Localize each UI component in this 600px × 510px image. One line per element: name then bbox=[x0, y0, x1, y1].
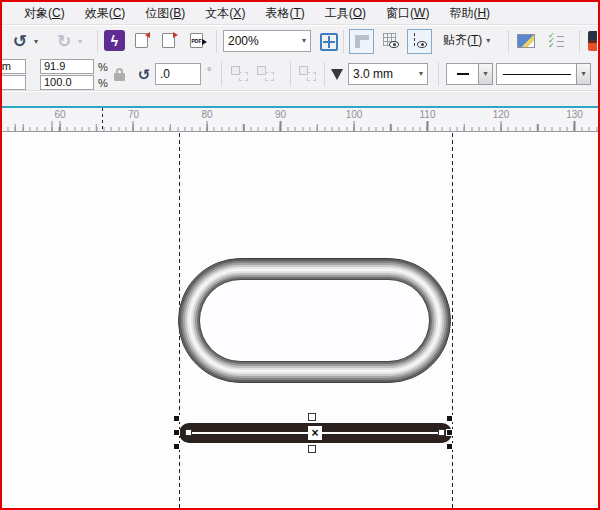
convert-to-curves-button[interactable] bbox=[299, 66, 318, 82]
ruler-icon bbox=[355, 35, 369, 48]
app-window: 对象(C)效果(C)位图(B)文本(X)表格(T)工具(O)窗口(W)帮助(H)… bbox=[0, 0, 600, 510]
ruler-label: 80 bbox=[201, 109, 212, 120]
menu-item[interactable]: 帮助(H) bbox=[439, 2, 500, 25]
long-line-sample bbox=[503, 74, 571, 75]
ruler-label: 60 bbox=[54, 109, 65, 120]
guideline-right[interactable] bbox=[452, 133, 453, 510]
window-image-icon bbox=[517, 34, 535, 48]
zoom-level-combo[interactable]: 200% ▾ bbox=[223, 30, 311, 52]
snap-to-label: 贴齐(T) bbox=[443, 32, 482, 49]
rotation-angle-field[interactable]: .0 bbox=[155, 63, 201, 85]
import-button[interactable] bbox=[135, 33, 148, 48]
rotation-icon: ↺ bbox=[135, 65, 153, 83]
redo-dropdown[interactable]: ▾ bbox=[75, 37, 85, 47]
ruler-label: 90 bbox=[275, 109, 286, 120]
toolbar-separator bbox=[216, 30, 217, 53]
line-style-dropdown[interactable]: ▾ bbox=[576, 63, 591, 85]
property-bar: m 91.9 % 100.0 % ↺ .0 ° bbox=[2, 57, 598, 91]
toolbar-separator bbox=[97, 30, 98, 53]
grid-icon bbox=[383, 33, 400, 50]
object-size-width-field[interactable]: m bbox=[0, 59, 26, 74]
checklist-icon: ✓ ✓ ✓ bbox=[548, 33, 564, 49]
short-line-sample bbox=[457, 73, 469, 75]
chevron-down-icon: ▾ bbox=[581, 70, 585, 78]
tube-stadium-shape[interactable] bbox=[178, 258, 451, 383]
selection-center-marker[interactable]: × bbox=[308, 426, 322, 440]
zoom-level-value: 200% bbox=[228, 34, 259, 48]
selection-handle-top-right[interactable] bbox=[446, 415, 453, 422]
ruler-label: 70 bbox=[128, 109, 139, 120]
snap-to-button[interactable]: 贴齐(T) ▾ bbox=[443, 32, 490, 49]
arrowhead-style-box[interactable] bbox=[446, 63, 479, 85]
toolbar-separator bbox=[438, 62, 439, 86]
object-size-height-field[interactable] bbox=[0, 75, 26, 90]
standard-toolbar: ↺ ▾ ↻ ▾ ϟ PDF 200% bbox=[2, 26, 598, 57]
import-icon bbox=[135, 33, 148, 48]
menu-item[interactable]: 效果(C) bbox=[75, 2, 136, 25]
selection-handle-bottom-center[interactable] bbox=[308, 445, 316, 453]
ruler-label: 100 bbox=[346, 109, 363, 120]
menu-bar: 对象(C)效果(C)位图(B)文本(X)表格(T)工具(O)窗口(W)帮助(H) bbox=[2, 2, 598, 25]
selection-handle-top-left[interactable] bbox=[173, 415, 180, 422]
scale-height-field[interactable]: 100.0 bbox=[40, 75, 94, 90]
undo-icon: ↺ bbox=[13, 33, 27, 50]
ruler-cursor-marker bbox=[102, 108, 103, 132]
mirror-vertical-button[interactable] bbox=[257, 66, 276, 82]
mirror-horizontal-button[interactable] bbox=[231, 66, 250, 82]
toolbar-separator bbox=[508, 30, 509, 53]
undo-dropdown[interactable]: ▾ bbox=[31, 37, 41, 47]
task-options-button[interactable]: ✓ ✓ ✓ bbox=[548, 33, 564, 49]
clipped-toolbar-icon[interactable] bbox=[588, 31, 597, 51]
x-icon: × bbox=[311, 427, 318, 439]
chevron-down-icon: ▾ bbox=[483, 70, 487, 78]
line-start-node[interactable] bbox=[185, 429, 192, 436]
zoom-to-page-button[interactable] bbox=[316, 29, 341, 54]
chevron-down-icon: ▾ bbox=[34, 38, 38, 46]
chevron-down-icon: ▾ bbox=[419, 70, 423, 78]
welcome-screen-button[interactable] bbox=[517, 34, 535, 48]
redo-icon: ↻ bbox=[57, 33, 71, 50]
percent-label: % bbox=[98, 77, 108, 89]
toolbar-separator bbox=[324, 62, 325, 86]
export-icon bbox=[162, 33, 175, 48]
menu-item[interactable]: 窗口(W) bbox=[376, 2, 439, 25]
selection-handle-top-center[interactable] bbox=[308, 413, 316, 421]
tube-stadium-interior bbox=[200, 280, 429, 361]
lightning-icon: ϟ bbox=[104, 30, 125, 51]
selection-handle-bottom-left[interactable] bbox=[173, 443, 180, 450]
chevron-down-icon: ▾ bbox=[302, 37, 306, 45]
chevron-down-icon: ▾ bbox=[486, 37, 490, 45]
show-guidelines-toggle[interactable] bbox=[407, 29, 432, 54]
show-rulers-toggle[interactable] bbox=[349, 29, 374, 54]
toolbar-separator bbox=[579, 30, 580, 53]
ruler-major-ticks bbox=[2, 121, 598, 131]
line-end-node[interactable] bbox=[438, 429, 445, 436]
menu-item[interactable]: 对象(C) bbox=[14, 2, 75, 25]
ruler-label: 130 bbox=[566, 109, 583, 120]
ruler-label: 110 bbox=[420, 109, 436, 120]
line-style-box[interactable] bbox=[496, 63, 577, 85]
chevron-down-icon: ▾ bbox=[78, 38, 82, 46]
selection-handle-mid-right[interactable] bbox=[446, 429, 453, 436]
menu-item[interactable]: 位图(B) bbox=[135, 2, 195, 25]
selection-handle-mid-left[interactable] bbox=[173, 429, 180, 436]
export-button[interactable] bbox=[162, 33, 175, 48]
ruler-label: 120 bbox=[493, 109, 510, 120]
app-launcher-button[interactable]: ϟ bbox=[104, 30, 125, 51]
menu-item[interactable]: 表格(T) bbox=[255, 2, 314, 25]
horizontal-ruler[interactable]: 60708090100110120130 bbox=[2, 108, 598, 132]
outline-pen-icon bbox=[330, 67, 344, 81]
lock-ratio-toggle[interactable] bbox=[114, 68, 125, 81]
scale-width-field[interactable]: 91.9 bbox=[40, 59, 94, 74]
arrowhead-style-dropdown[interactable]: ▾ bbox=[478, 63, 493, 85]
menu-item[interactable]: 文本(X) bbox=[195, 2, 255, 25]
menu-item[interactable]: 工具(O) bbox=[315, 2, 376, 25]
drawing-canvas[interactable]: × bbox=[2, 133, 598, 510]
show-grid-toggle[interactable] bbox=[379, 29, 404, 54]
toolbar-separator bbox=[290, 62, 291, 86]
publish-pdf-button[interactable]: PDF bbox=[190, 33, 203, 48]
redo-button[interactable]: ↻ bbox=[54, 31, 74, 51]
undo-button[interactable]: ↺ bbox=[10, 31, 30, 51]
selection-handle-bottom-right[interactable] bbox=[446, 443, 453, 450]
outline-width-combo[interactable]: 3.0 mm ▾ bbox=[348, 63, 428, 85]
